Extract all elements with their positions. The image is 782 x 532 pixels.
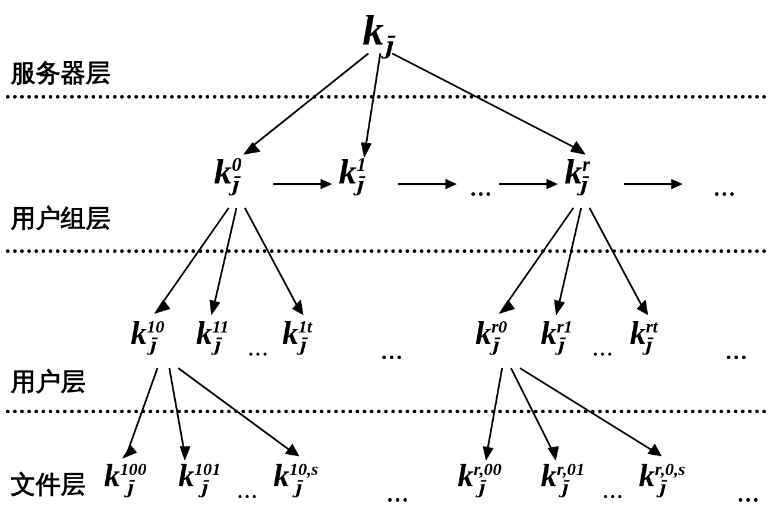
node-urt: krtj̄ xyxy=(630,315,651,355)
node-f10s: k10,sj̄ xyxy=(273,457,301,498)
dots-user-4: … xyxy=(725,338,750,365)
svg-line-8 xyxy=(250,53,368,148)
svg-line-28 xyxy=(169,368,184,451)
node-ur0: kr0j̄ xyxy=(475,315,498,355)
node-ur1: kr1j̄ xyxy=(541,315,563,355)
node-fr0s: kr,0,sj̄ xyxy=(639,457,665,498)
arrow-g1-dots xyxy=(392,172,458,196)
svg-marker-35 xyxy=(548,446,559,460)
dots-user-2: … xyxy=(380,338,405,365)
label-usergroup: 用户组层 xyxy=(11,202,111,235)
svg-marker-17 xyxy=(210,300,220,315)
arrows-ur0-files xyxy=(452,362,689,463)
arrow-dots-gr xyxy=(493,172,559,196)
dots-group-2: … xyxy=(713,175,738,201)
label-file: 文件层 xyxy=(11,468,86,501)
node-fr01: kr,01j̄ xyxy=(541,457,567,498)
svg-line-22 xyxy=(559,208,581,306)
svg-marker-31 xyxy=(285,444,299,456)
node-f101: k101j̄ xyxy=(178,457,207,498)
svg-marker-29 xyxy=(180,446,190,460)
dots-file-4: … xyxy=(737,481,762,507)
node-u1t: k1tj̄ xyxy=(282,315,305,355)
svg-marker-23 xyxy=(554,300,565,315)
svg-line-32 xyxy=(487,368,502,451)
svg-line-36 xyxy=(520,368,654,451)
svg-line-10 xyxy=(365,53,380,148)
label-server: 服务器层 xyxy=(11,56,111,90)
svg-line-24 xyxy=(589,208,642,306)
svg-marker-37 xyxy=(648,444,661,456)
svg-marker-11 xyxy=(361,142,371,157)
node-fr00: kr,00j̄ xyxy=(458,457,484,498)
dots-file-1: ... xyxy=(238,481,259,503)
svg-marker-13 xyxy=(570,141,585,154)
arrow-gr-dots xyxy=(618,172,683,196)
svg-marker-9 xyxy=(244,142,260,154)
dots-user-1: ... xyxy=(248,338,270,360)
svg-line-14 xyxy=(160,208,229,306)
svg-marker-7 xyxy=(671,179,682,189)
dots-group-1: … xyxy=(469,175,494,201)
svg-marker-25 xyxy=(637,300,648,315)
arrow-g0-g1 xyxy=(267,172,333,196)
svg-marker-3 xyxy=(446,179,456,189)
svg-line-20 xyxy=(505,208,573,306)
svg-marker-1 xyxy=(321,179,332,189)
node-f100: k100j̄ xyxy=(104,457,133,498)
dots-file-2: … xyxy=(386,481,411,507)
svg-line-16 xyxy=(214,208,237,306)
node-u11: k11j̄ xyxy=(196,315,220,355)
svg-line-30 xyxy=(178,368,291,451)
arrows-root-groups xyxy=(214,48,600,166)
svg-line-18 xyxy=(245,208,297,306)
svg-marker-5 xyxy=(547,179,557,189)
svg-line-26 xyxy=(128,368,157,451)
node-u10: k10j̄ xyxy=(131,315,155,355)
arrows-g0-users xyxy=(131,202,321,321)
svg-marker-15 xyxy=(154,300,170,314)
dots-file-3: ... xyxy=(603,481,625,503)
arrows-gr-users xyxy=(475,202,666,321)
dots-user-3: ... xyxy=(593,338,614,360)
svg-marker-21 xyxy=(499,300,515,314)
svg-line-34 xyxy=(511,368,553,451)
arrows-u10-files xyxy=(101,362,327,463)
diagram-container: 服务器层 用户组层 用户层 文件层 kj̄ k0j̄ k1j̄ … krj̄ …… xyxy=(0,0,782,532)
svg-marker-33 xyxy=(483,446,493,460)
svg-marker-27 xyxy=(122,445,137,458)
label-user: 用户层 xyxy=(11,365,86,398)
svg-marker-19 xyxy=(292,300,303,315)
svg-line-12 xyxy=(392,53,576,148)
